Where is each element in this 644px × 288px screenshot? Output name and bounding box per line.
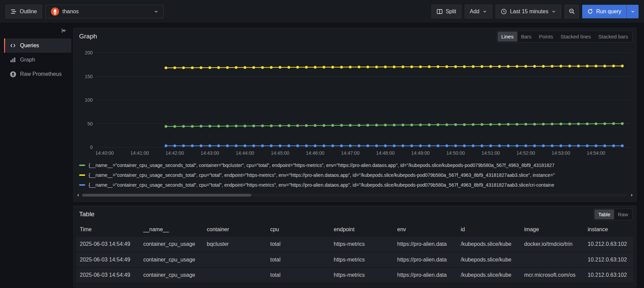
legend-series-marker <box>79 174 85 176</box>
collapse-sidebar-button[interactable] <box>59 26 69 36</box>
series-point <box>533 65 536 68</box>
series-point <box>419 145 422 147</box>
series-point <box>542 145 545 147</box>
chevron-down-icon <box>154 9 159 14</box>
series-point <box>323 66 325 69</box>
series-point <box>305 145 308 147</box>
series-point <box>314 145 316 147</box>
sidebar-item-raw-prometheus[interactable]: Raw Prometheus <box>4 67 71 81</box>
table-cell: /kubepods.slice/kube <box>457 252 521 267</box>
scroll-left-button[interactable] <box>76 193 80 197</box>
series-point <box>384 124 387 126</box>
table-cell: 10.212.0.63:102 <box>584 267 633 283</box>
series-point <box>200 145 202 147</box>
series-point <box>568 123 571 125</box>
table-cell: 2025-06-03 14:54:49 <box>76 252 140 267</box>
series-point <box>288 145 290 147</box>
table-panel-header: Table TableRaw <box>74 206 636 222</box>
series-point <box>586 65 589 67</box>
datasource-picker[interactable]: thanos <box>45 5 164 18</box>
series-point <box>261 66 264 69</box>
graph-mode-bars[interactable]: Bars <box>517 32 535 41</box>
column-header-endpoint[interactable]: endpoint <box>330 222 394 237</box>
graph-mode-stacked-lines[interactable]: Stacked lines <box>557 32 594 41</box>
series-point <box>226 66 229 69</box>
add-button-label: Add <box>470 9 479 15</box>
scrollbar-track[interactable] <box>82 194 628 197</box>
series-point <box>314 124 316 127</box>
series-point <box>402 124 404 126</box>
series-point <box>612 145 615 147</box>
add-button[interactable]: Add <box>465 5 492 18</box>
x-axis-tick: 14:54:00 <box>587 150 605 156</box>
series-point <box>463 145 466 147</box>
graph-panel: Graph LinesBarsPointsStacked linesStacke… <box>73 28 637 202</box>
legend-item[interactable]: {__name__="container_cpu_usage_seconds_t… <box>74 160 636 170</box>
table-cell: container_cpu_usage <box>140 267 203 283</box>
table-mode-raw[interactable]: Raw <box>614 209 632 219</box>
series-point <box>481 65 483 68</box>
table-cell: container_cpu_usage <box>140 252 203 267</box>
column-header-id[interactable]: id <box>457 222 521 237</box>
series-point <box>384 145 387 147</box>
column-header-container[interactable]: container <box>203 222 267 237</box>
column-header-env[interactable]: env <box>394 222 457 237</box>
series-point <box>244 124 246 127</box>
graph-mode-lines[interactable]: Lines <box>498 32 517 41</box>
outline-button[interactable]: Outline <box>5 5 42 18</box>
x-axis-tick: 14:46:00 <box>306 150 325 156</box>
series-point <box>437 145 439 147</box>
column-header-instance[interactable]: instance <box>584 222 633 237</box>
sidebar-item-label: Queries <box>20 43 39 49</box>
run-query-options-button[interactable] <box>626 5 639 18</box>
time-range-picker[interactable]: Last 15 minutes <box>496 5 561 18</box>
outline-button-label: Outline <box>20 9 37 15</box>
graph-plot-area[interactable]: 05010015020014:40:0014:41:0014:42:0014:4… <box>76 45 633 158</box>
series-point <box>507 123 510 126</box>
chevron-down-icon <box>630 9 635 14</box>
series-point <box>182 125 185 128</box>
series-point <box>454 65 457 68</box>
run-query-button[interactable]: Run query <box>582 5 626 18</box>
sidebar-item-queries[interactable]: Queries <box>4 38 71 53</box>
series-point <box>621 145 624 147</box>
split-button[interactable]: Split <box>431 5 461 18</box>
series-point <box>586 122 589 125</box>
series-point <box>603 122 606 125</box>
series-point <box>595 65 597 67</box>
graph-mode-stacked-bars[interactable]: Stacked bars <box>594 32 632 41</box>
graph-mode-points[interactable]: Points <box>535 32 557 41</box>
column-header-cpu[interactable]: cpu <box>267 222 330 237</box>
legend-series-marker <box>79 184 85 186</box>
series-point <box>428 123 430 126</box>
table-cell: 10.212.0.63:102 <box>584 237 633 252</box>
column-header-time[interactable]: Time <box>76 222 140 237</box>
series-point <box>568 65 571 68</box>
legend-item[interactable]: {__name__="container_cpu_usage_seconds_t… <box>74 180 636 190</box>
time-series-chart[interactable]: 05010015020014:40:0014:41:0014:42:0014:4… <box>76 45 634 158</box>
y-axis-tick: 50 <box>87 121 93 126</box>
series-point <box>173 145 176 147</box>
series-point <box>191 125 194 128</box>
table-cell <box>521 252 584 267</box>
legend-item[interactable]: {__name__="container_cpu_usage_seconds_t… <box>74 170 636 180</box>
bar-chart-icon <box>10 57 16 63</box>
series-point <box>279 145 281 147</box>
column-header-name[interactable]: __name__ <box>140 222 203 237</box>
series-point <box>305 124 308 127</box>
legend-series-marker <box>79 165 85 166</box>
column-header-image[interactable]: image <box>521 222 584 237</box>
scroll-right-button[interactable] <box>629 193 634 197</box>
series-point <box>525 145 527 147</box>
series-point <box>323 124 325 127</box>
scrollbar-thumb[interactable] <box>82 194 251 197</box>
zoom-out-button[interactable] <box>565 5 579 18</box>
series-point <box>182 66 185 69</box>
scroll-right-icon <box>630 193 633 197</box>
table-mode-table[interactable]: Table <box>594 209 614 219</box>
series-point <box>577 145 580 147</box>
series-point <box>296 66 299 69</box>
sidebar-item-graph[interactable]: Graph <box>4 53 71 67</box>
sidebar-item-label: Graph <box>20 57 35 63</box>
split-button-label: Split <box>446 9 456 15</box>
